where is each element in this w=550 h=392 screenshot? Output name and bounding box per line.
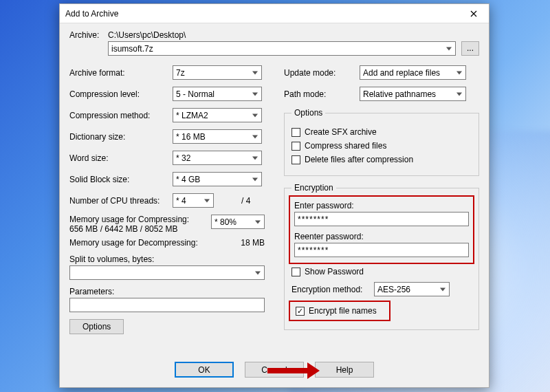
close-icon: [470, 10, 477, 17]
create-sfx-label: Create SFX archive: [305, 127, 377, 137]
word-size-label: Word size:: [69, 153, 173, 163]
options-legend: Options: [292, 108, 325, 118]
parameters-label: Parameters:: [69, 287, 265, 296]
compression-method-select[interactable]: * LZMA2: [173, 108, 262, 122]
compression-method-label: Compression method:: [69, 111, 173, 120]
titlebar: Add to Archive: [60, 4, 489, 23]
browse-button[interactable]: ...: [461, 41, 479, 56]
reenter-password-input[interactable]: [294, 243, 469, 257]
archive-path-text: C:\Users\pc\Desktop\: [108, 30, 186, 40]
mem-compress-value: 656 MB / 6442 MB / 8052 MB: [69, 224, 211, 234]
encryption-method-label: Encryption method:: [292, 285, 374, 294]
window-title: Add to Archive: [65, 9, 458, 19]
annotation-arrow: [267, 362, 320, 379]
compress-shared-checkbox[interactable]: Compress shared files: [292, 141, 472, 151]
solid-block-size-label: Solid Block size:: [69, 175, 173, 184]
cpu-threads-total: / 4: [241, 196, 250, 206]
archive-format-select[interactable]: 7z: [173, 65, 262, 80]
archive-label: Archive:: [69, 30, 108, 40]
encryption-legend: Encryption: [292, 183, 336, 193]
dictionary-size-label: Dictionary size:: [69, 132, 173, 142]
add-to-archive-dialog: Add to Archive Archive: C:\Users\pc\Desk…: [59, 3, 490, 388]
help-button[interactable]: Help: [315, 362, 374, 378]
delete-after-checkbox[interactable]: Delete files after compression: [292, 155, 472, 164]
compression-level-label: Compression level:: [69, 89, 173, 99]
solid-block-size-select[interactable]: * 4 GB: [173, 172, 262, 186]
mem-compress-label: Memory usage for Compressing:: [69, 215, 211, 224]
mem-decompress-value: 18 MB: [241, 238, 265, 248]
encryption-group: Encryption Enter password: Reenter passw…: [284, 183, 479, 330]
parameters-input[interactable]: [69, 298, 265, 312]
enter-password-label: Enter password:: [294, 201, 469, 210]
cpu-threads-label: Number of CPU threads:: [69, 196, 173, 206]
ok-button[interactable]: OK: [175, 362, 234, 378]
update-mode-label: Update mode:: [284, 68, 360, 78]
options-button[interactable]: Options: [69, 319, 124, 334]
encryption-method-select[interactable]: AES-256: [374, 282, 450, 296]
reenter-password-label: Reenter password:: [294, 232, 469, 241]
checkbox-icon: [292, 128, 300, 137]
compress-shared-label: Compress shared files: [305, 141, 386, 151]
split-volumes-label: Split to volumes, bytes:: [69, 254, 265, 264]
checkbox-icon: [292, 142, 300, 151]
close-button[interactable]: [458, 4, 489, 23]
mem-compress-pct-select[interactable]: * 80%: [211, 215, 265, 229]
update-mode-select[interactable]: Add and replace files: [360, 65, 466, 80]
create-sfx-checkbox[interactable]: Create SFX archive: [292, 127, 472, 137]
show-password-checkbox[interactable]: Show Password: [292, 267, 472, 276]
enter-password-input[interactable]: [294, 212, 469, 226]
split-volumes-select[interactable]: [69, 265, 265, 280]
path-mode-select[interactable]: Relative pathnames: [360, 87, 466, 101]
path-mode-label: Path mode:: [284, 89, 360, 99]
archive-format-label: Archive format:: [69, 68, 173, 78]
checkbox-checked-icon: [296, 307, 305, 316]
checkbox-icon: [292, 155, 300, 164]
show-password-label: Show Password: [305, 267, 364, 276]
encrypt-filenames-checkbox[interactable]: Encrypt file names: [292, 303, 388, 318]
cpu-threads-select[interactable]: * 4: [173, 193, 214, 208]
encrypt-filenames-label: Encrypt file names: [309, 306, 377, 316]
compression-level-select[interactable]: 5 - Normal: [173, 87, 262, 101]
dictionary-size-select[interactable]: * 16 MB: [173, 129, 262, 144]
delete-after-label: Delete files after compression: [305, 155, 413, 164]
mem-decompress-label: Memory usage for Decompressing:: [69, 238, 198, 248]
checkbox-icon: [292, 268, 300, 276]
options-group: Options Create SFX archive Compress shar…: [284, 108, 479, 176]
word-size-select[interactable]: * 32: [173, 151, 262, 165]
archive-filename-select[interactable]: isumsoft.7z: [108, 41, 456, 56]
